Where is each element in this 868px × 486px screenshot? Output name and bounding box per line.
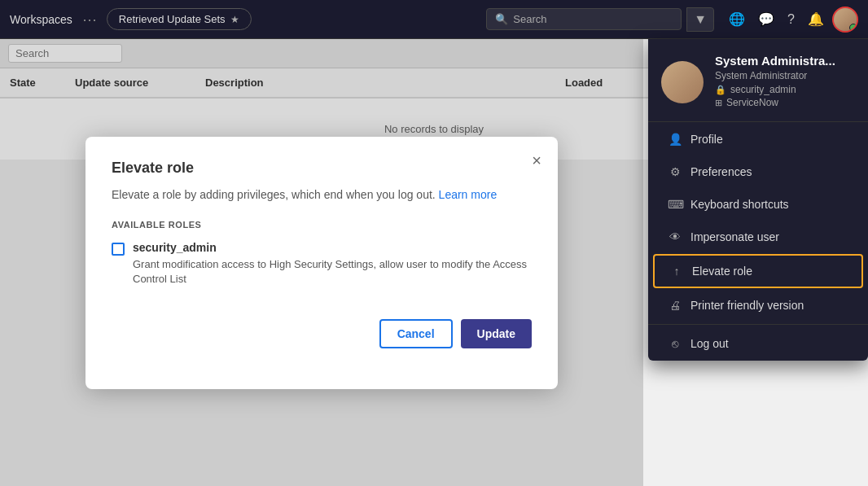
printer-icon: 🖨 [668,299,682,312]
dropdown-item-elevate[interactable]: ↑ Elevate role [653,254,863,288]
dropdown-label-printer: Printer friendly version [690,299,804,312]
avatar-button[interactable] [832,7,858,33]
avatar-badge [849,24,857,32]
modal-title: Elevate role [112,160,532,177]
role-item: security_admin Grant modification access… [112,241,532,287]
workspaces-link[interactable]: Workspaces [10,13,72,26]
user-dropdown-panel: System Administra... System Administrato… [648,39,868,361]
dropdown-user-info: System Administra... System Administrato… [715,54,835,110]
elevate-role-modal: Elevate role × Elevate a role by adding … [85,137,558,389]
nav-star-icon: ★ [230,14,239,25]
nav-title-text: Retrieved Update Sets [119,13,226,25]
chat-button[interactable]: 💬 [753,7,779,32]
search-box[interactable]: 🔍 Search [486,8,682,30]
dropdown-user-role: System Administrator [715,70,835,81]
role-checkbox[interactable] [112,243,125,256]
role-description: Grant modification access to High Securi… [133,257,532,287]
dropdown-label-profile: Profile [690,133,723,146]
impersonate-icon: 👁 [668,230,682,243]
modal-footer: Cancel Update [112,319,532,348]
dropdown-label-impersonate: Impersonate user [690,230,779,243]
update-button[interactable]: Update [461,319,532,348]
modal-close-button[interactable]: × [532,151,541,170]
globe-button[interactable]: 🌐 [724,7,750,32]
dropdown-label-preferences: Preferences [690,165,752,178]
learn-more-link[interactable]: Learn more [439,188,498,201]
search-text: Search [513,13,546,25]
dropdown-user-name: System Administra... [715,54,835,68]
available-roles-label: AVAILABLE ROLES [112,220,532,230]
search-container: 🔍 Search ▼ [486,7,714,32]
nav-icon-group: 🌐 💬 ? 🔔 [724,7,858,33]
dropdown-label-elevate: Elevate role [692,265,752,278]
user-shield-icon: 🔒 [715,85,726,95]
search-icon: 🔍 [495,13,508,25]
dropdown-item-keyboard[interactable]: ⌨ Keyboard shortcuts [653,189,863,220]
modal-overlay: Elevate role × Elevate a role by adding … [0,39,643,486]
top-navbar: Workspaces ⋯ Retrieved Update Sets ★ 🔍 S… [0,0,868,39]
nav-dots-icon[interactable]: ⋯ [79,11,100,28]
dropdown-avatar [661,61,704,103]
bell-button[interactable]: 🔔 [803,7,829,32]
dropdown-profile-section: System Administra... System Administrato… [648,39,868,122]
role-name: security_admin [133,241,532,254]
platform-icon: ⊞ [715,98,722,108]
profile-icon: 👤 [668,133,682,146]
keyboard-icon: ⌨ [668,198,682,211]
dropdown-platform: ⊞ ServiceNow [715,97,835,108]
help-button[interactable]: ? [783,7,800,32]
dropdown-item-preferences[interactable]: ⚙ Preferences [653,156,863,187]
dropdown-item-printer[interactable]: 🖨 Printer friendly version [653,290,863,321]
cancel-button[interactable]: Cancel [379,319,453,348]
search-dropdown-button[interactable]: ▼ [686,7,714,32]
nav-title-button[interactable]: Retrieved Update Sets ★ [107,8,252,30]
dropdown-item-impersonate[interactable]: 👁 Impersonate user [653,221,863,252]
preferences-icon: ⚙ [668,165,682,178]
dropdown-divider [648,324,868,325]
elevate-icon: ↑ [669,265,684,278]
role-details: security_admin Grant modification access… [133,241,532,287]
dropdown-label-logout: Log out [690,337,729,350]
logout-icon: ⎋ [668,337,682,350]
dropdown-label-keyboard: Keyboard shortcuts [690,198,789,211]
dropdown-item-logout[interactable]: ⎋ Log out [653,328,863,359]
dropdown-username: 🔒 security_admin [715,84,835,95]
modal-description: Elevate a role by adding privileges, whi… [112,186,532,204]
dropdown-item-profile[interactable]: 👤 Profile [653,124,863,155]
